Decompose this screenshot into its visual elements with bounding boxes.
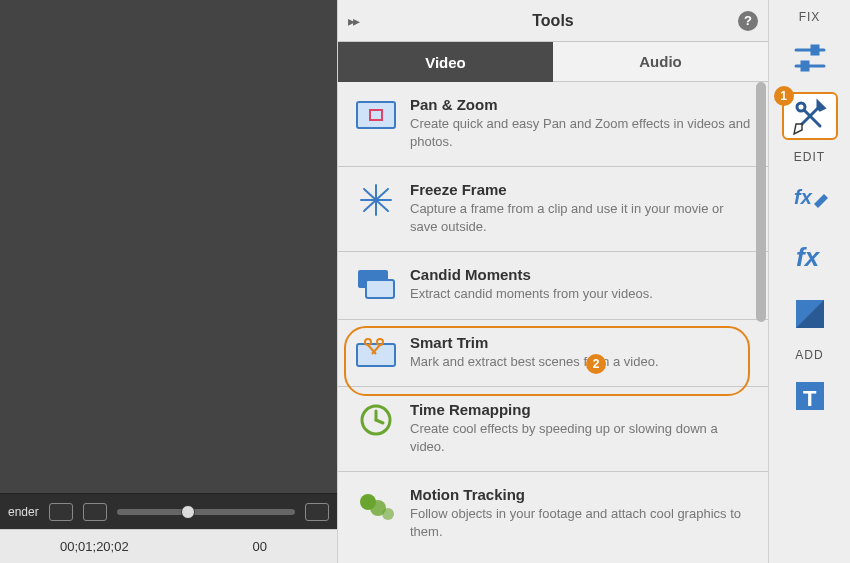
snowflake-icon [356,183,396,217]
rail-label-edit: EDIT [794,150,825,164]
tool-title: Freeze Frame [410,181,752,198]
tracking-icon [356,488,396,522]
timecode-bar: 00;01;20;02 00 [0,529,337,563]
tool-pan-zoom[interactable]: Pan & Zoom Create quick and easy Pan and… [338,82,768,167]
svg-rect-7 [366,280,394,298]
tool-desc: Create cool effects by speeding up or sl… [410,420,752,455]
rail-tools-button[interactable]: 1 [782,92,838,140]
preview-pane: ender 00;01;20;02 00 [0,0,337,563]
scrollbar[interactable] [756,82,766,563]
tool-time-remapping[interactable]: Time Remapping Create cool effects by sp… [338,387,768,472]
transport-button-2[interactable] [83,503,107,521]
tools-panel: ▸▸ Tools ? Video Audio Pan & Zoom Create… [337,0,769,563]
scissors-film-icon [356,336,396,370]
callout-badge-2: 2 [586,354,606,374]
video-preview[interactable] [0,0,337,493]
clock-icon [356,403,396,437]
rail-text-button[interactable]: T [782,372,838,420]
pan-zoom-icon [356,98,396,132]
rail-color-button[interactable] [782,290,838,338]
tool-motion-tracking[interactable]: Motion Tracking Follow objects in your f… [338,472,768,556]
tool-desc: Follow objects in your footage and attac… [410,505,752,540]
tab-video[interactable]: Video [338,42,553,82]
panel-header: ▸▸ Tools ? [338,0,768,42]
filmstrip-icon [356,268,396,302]
rail-adjust-button[interactable] [782,34,838,82]
rail-label-fix: FIX [799,10,821,24]
svg-point-9 [365,339,371,345]
transport-button-3[interactable] [305,503,329,521]
tool-smart-trim[interactable]: Smart Trim Mark and extract best scenes … [338,320,768,388]
collapse-icon[interactable]: ▸▸ [348,13,358,29]
tab-audio[interactable]: Audio [553,42,768,82]
tool-title: Smart Trim [410,334,752,351]
svg-text:fx: fx [796,242,821,272]
svg-text:T: T [803,386,817,411]
tool-list: Pan & Zoom Create quick and easy Pan and… [338,82,768,563]
svg-rect-21 [812,46,818,54]
panel-title: Tools [532,12,573,30]
playhead-track[interactable] [117,509,295,515]
svg-rect-8 [357,344,395,366]
tool-title: Motion Tracking [410,486,752,503]
right-rail: FIX 1 EDIT fx fx ADD T [769,0,850,563]
transport-bar: ender [0,493,337,529]
playhead-thumb[interactable] [181,505,195,519]
timecode-end: 00 [253,539,267,554]
svg-rect-0 [357,102,395,128]
render-label: ender [8,505,39,519]
tool-candid-moments[interactable]: Candid Moments Extract candid moments fr… [338,252,768,320]
transport-button-1[interactable] [49,503,73,521]
svg-point-25 [797,103,805,111]
svg-point-10 [377,339,383,345]
tab-bar: Video Audio [338,42,768,82]
callout-badge-1: 1 [774,86,794,106]
help-icon[interactable]: ? [738,11,758,31]
svg-line-15 [376,420,383,423]
tool-desc: Mark and extract best scenes from a vide… [410,353,752,371]
tool-desc: Extract candid moments from your videos. [410,285,752,303]
tool-desc: Create quick and easy Pan and Zoom effec… [410,115,752,150]
rail-fx-button[interactable]: fx [782,232,838,280]
scrollbar-thumb[interactable] [756,82,766,322]
svg-point-18 [382,508,394,520]
tool-freeze-frame[interactable]: Freeze Frame Capture a frame from a clip… [338,167,768,252]
tool-desc: Capture a frame from a clip and use it i… [410,200,752,235]
tool-title: Time Remapping [410,401,752,418]
tool-title: Pan & Zoom [410,96,752,113]
svg-rect-22 [802,62,808,70]
rail-label-add: ADD [795,348,823,362]
timecode-current: 00;01;20;02 [60,539,129,554]
tool-title: Candid Moments [410,266,752,283]
rail-fx-edit-button[interactable]: fx [782,174,838,222]
svg-text:fx: fx [794,186,813,208]
